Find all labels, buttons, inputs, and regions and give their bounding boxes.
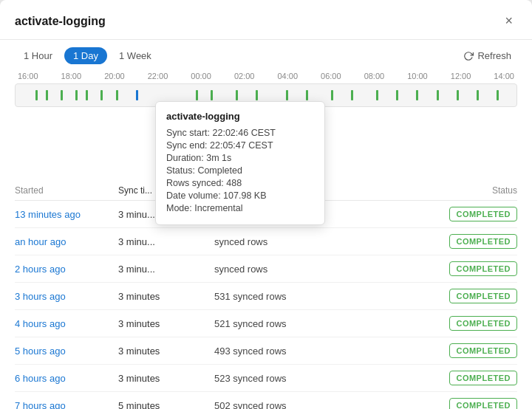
timeline-section: 16:00 18:00 20:00 22:00 00:00 02:00 04:0…	[0, 72, 532, 107]
table-rows-container: 13 minutes ago 3 minu... synced rows COM…	[15, 201, 517, 409]
table-row: 6 hours ago 3 minutes 523 synced rows CO…	[15, 365, 517, 392]
cell-rows: 523 synced rows	[207, 373, 421, 384]
cell-status: COMPLETED	[421, 289, 517, 303]
cell-started: 13 minutes ago	[15, 209, 118, 220]
tooltip-status: Status: Completed	[166, 165, 314, 176]
table-row: 5 hours ago 3 minutes 493 synced rows CO…	[15, 337, 517, 365]
cell-sync-time: 3 minu...	[118, 236, 207, 247]
cell-rows: 531 synced rows	[207, 291, 421, 302]
started-link[interactable]: 4 hours ago	[15, 318, 66, 329]
tooltip-date-volume: Date volume: 107.98 KB	[166, 190, 314, 201]
tooltip-duration: Duration: 3m 1s	[166, 153, 314, 163]
cell-rows: 493 synced rows	[207, 346, 421, 357]
refresh-button[interactable]: Refresh	[457, 47, 517, 64]
timeline-tooltip: activate-logging Sync start: 22:02:46 CE…	[155, 101, 325, 225]
time-btn-1week[interactable]: 1 Week	[110, 47, 160, 64]
cell-status: COMPLETED	[421, 398, 517, 409]
timeline-labels: 16:00 18:00 20:00 22:00 00:00 02:00 04:0…	[15, 72, 517, 80]
table-row: 7 hours ago 5 minutes 502 synced rows CO…	[15, 392, 517, 409]
started-link[interactable]: 3 hours ago	[15, 291, 66, 302]
cell-started: 2 hours ago	[15, 264, 118, 275]
tooltip-sync-end: Sync end: 22:05:47 CEST	[166, 140, 314, 151]
cell-started: an hour ago	[15, 236, 118, 247]
cell-sync-time: 3 minutes	[118, 291, 207, 302]
started-link[interactable]: 13 minutes ago	[15, 209, 81, 220]
cell-sync-time: 3 minutes	[118, 318, 207, 329]
cell-rows: 521 synced rows	[207, 318, 421, 329]
status-badge: COMPLETED	[449, 316, 517, 331]
status-badge: COMPLETED	[449, 289, 517, 303]
cell-started: 3 hours ago	[15, 291, 118, 302]
table-row: 2 hours ago 3 minu... synced rows COMPLE…	[15, 255, 517, 283]
toolbar: 1 Hour 1 Day 1 Week Refresh	[0, 40, 532, 72]
tooltip-sync-start: Sync start: 22:02:46 CEST	[166, 128, 314, 138]
started-link[interactable]: 7 hours ago	[15, 400, 66, 410]
status-badge: COMPLETED	[449, 371, 517, 385]
modal-header: activate-logging ×	[0, 0, 532, 40]
cell-status: COMPLETED	[421, 343, 517, 358]
time-button-group: 1 Hour 1 Day 1 Week	[15, 47, 160, 64]
header-status: Status	[421, 185, 517, 196]
table-row: an hour ago 3 minu... synced rows COMPLE…	[15, 228, 517, 255]
cell-started: 4 hours ago	[15, 318, 118, 329]
time-btn-1day[interactable]: 1 Day	[64, 47, 107, 64]
cell-sync-time: 3 minutes	[118, 346, 207, 357]
cell-status: COMPLETED	[421, 261, 517, 276]
cell-status: COMPLETED	[421, 316, 517, 331]
cell-rows: 502 synced rows	[207, 400, 421, 410]
status-badge: COMPLETED	[449, 343, 517, 358]
started-link[interactable]: 5 hours ago	[15, 346, 66, 357]
refresh-icon	[463, 51, 474, 61]
status-badge: COMPLETED	[449, 207, 517, 221]
header-started: Started	[15, 185, 118, 196]
cell-rows: synced rows	[207, 236, 421, 247]
table-row: 3 hours ago 3 minutes 531 synced rows CO…	[15, 283, 517, 310]
cell-sync-time: 3 minutes	[118, 373, 207, 384]
modal-container: activate-logging × 1 Hour 1 Day 1 Week R…	[0, 0, 532, 409]
cell-status: COMPLETED	[421, 207, 517, 221]
close-button[interactable]: ×	[500, 12, 517, 30]
status-badge: COMPLETED	[449, 398, 517, 409]
tooltip-title: activate-logging	[166, 111, 314, 122]
status-badge: COMPLETED	[449, 234, 517, 249]
started-link[interactable]: 2 hours ago	[15, 264, 66, 275]
status-badge: COMPLETED	[449, 261, 517, 276]
cell-status: COMPLETED	[421, 234, 517, 249]
cell-status: COMPLETED	[421, 371, 517, 385]
started-link[interactable]: 6 hours ago	[15, 373, 66, 384]
tooltip-mode: Mode: Incremental	[166, 203, 314, 213]
cell-sync-time: 3 minu...	[118, 264, 207, 275]
cell-sync-time: 5 minutes	[118, 400, 207, 410]
cell-started: 5 hours ago	[15, 346, 118, 357]
started-link[interactable]: an hour ago	[15, 236, 66, 247]
modal-title: activate-logging	[15, 15, 106, 28]
cell-started: 7 hours ago	[15, 400, 118, 410]
table-row: 4 hours ago 3 minutes 521 synced rows CO…	[15, 310, 517, 337]
cell-rows: synced rows	[207, 264, 421, 275]
cell-started: 6 hours ago	[15, 373, 118, 384]
time-btn-1hour[interactable]: 1 Hour	[15, 47, 61, 64]
tooltip-rows-synced: Rows synced: 488	[166, 178, 314, 188]
